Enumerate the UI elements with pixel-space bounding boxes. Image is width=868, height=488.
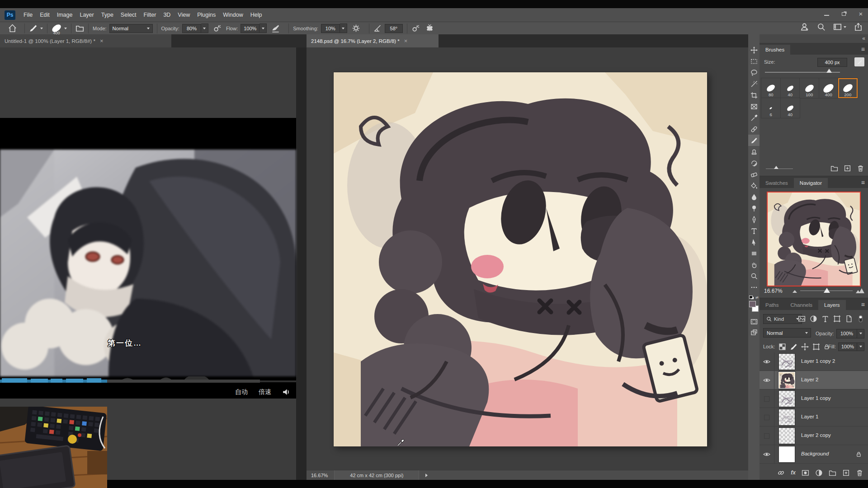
- airbrush-icon[interactable]: [271, 24, 280, 33]
- tool-zoom[interactable]: [748, 270, 760, 282]
- layer-name[interactable]: Layer 1: [801, 414, 818, 419]
- tool-frame[interactable]: [748, 101, 760, 112]
- brush-preset-100[interactable]: 100: [800, 78, 819, 98]
- tool-eraser[interactable]: [748, 169, 760, 180]
- background-lock-icon[interactable]: [856, 450, 862, 458]
- menu-edit[interactable]: Edit: [36, 12, 53, 18]
- quick-mask-button[interactable]: [748, 316, 760, 327]
- tool-dodge[interactable]: [748, 202, 760, 214]
- brush-size-input[interactable]: 400 px: [817, 58, 847, 67]
- menu-help[interactable]: Help: [247, 12, 266, 18]
- brush-preset-80[interactable]: 80: [761, 78, 781, 98]
- filter-type-icon[interactable]: [821, 315, 829, 323]
- layer-thumbnail[interactable]: [778, 446, 795, 463]
- layer-row-layer-1-copy-2[interactable]: Layer 1 copy 2: [760, 352, 868, 371]
- layer-thumbnail[interactable]: [778, 409, 795, 426]
- foreground-color[interactable]: [749, 301, 756, 307]
- tab-brushes[interactable]: Brushes: [760, 45, 790, 55]
- menu-window[interactable]: Window: [219, 12, 246, 18]
- layer-name[interactable]: Layer 2: [801, 377, 818, 382]
- opacity-input[interactable]: 80%: [182, 24, 201, 33]
- minimize-icon[interactable]: [823, 10, 830, 17]
- brush-preset-40b[interactable]: 40: [781, 98, 800, 118]
- filter-image-icon[interactable]: [798, 315, 806, 323]
- smoothing-gear-icon[interactable]: [352, 24, 360, 33]
- account-icon[interactable]: [801, 23, 809, 31]
- layer-name[interactable]: Layer 1 copy: [801, 395, 831, 401]
- status-chevron-icon[interactable]: [425, 474, 428, 477]
- layer-row-layer-1[interactable]: Layer 1: [760, 408, 868, 427]
- canvas-pasteboard[interactable]: [307, 47, 748, 470]
- symmetry-butterfly-icon[interactable]: [425, 24, 434, 33]
- layer-name[interactable]: Layer 1 copy 2: [801, 358, 835, 364]
- screen-mode-button[interactable]: [748, 327, 760, 338]
- toggle-brush-panel-icon[interactable]: [75, 24, 84, 33]
- home-icon[interactable]: [8, 24, 17, 33]
- navigator-preview[interactable]: [767, 192, 861, 286]
- delete-layer-icon[interactable]: [856, 469, 863, 477]
- canvas-artwork[interactable]: [334, 72, 707, 446]
- doc-tab-2148[interactable]: 2148.psd @ 16.7% (Layer 2, RGB/8) * ×: [307, 34, 439, 47]
- menu-view[interactable]: View: [174, 12, 193, 18]
- flow-input[interactable]: 100%: [241, 24, 259, 33]
- tool-healing-brush[interactable]: [748, 123, 760, 135]
- layer-filter-kind[interactable]: Kind: [763, 314, 802, 324]
- tool-hand[interactable]: [748, 259, 760, 270]
- default-colors-icon[interactable]: [749, 296, 753, 299]
- thumbnail-size-thumb[interactable]: [774, 166, 778, 169]
- visibility-eye-off[interactable]: [760, 408, 774, 427]
- tool-pen[interactable]: [748, 214, 760, 225]
- smoothing-input[interactable]: 10%: [321, 24, 340, 33]
- tool-brush[interactable]: [748, 135, 760, 146]
- tab-swatches[interactable]: Swatches: [760, 178, 794, 188]
- opacity-pressure-icon[interactable]: [213, 24, 222, 33]
- brush-preset-6[interactable]: 6: [761, 98, 781, 118]
- visibility-eye-off[interactable]: [760, 389, 774, 408]
- lock-transparent-icon[interactable]: [778, 343, 786, 351]
- filter-adjustment-icon[interactable]: [810, 315, 817, 323]
- menu-type[interactable]: Type: [98, 12, 117, 18]
- filter-toggle-icon[interactable]: [857, 315, 864, 323]
- menu-filter[interactable]: Filter: [140, 12, 160, 18]
- brush-tool-preset[interactable]: [29, 24, 43, 33]
- size-pressure-icon[interactable]: [411, 24, 420, 33]
- new-brush-from-preset-icon[interactable]: [854, 57, 864, 66]
- tool-eyedropper[interactable]: [748, 112, 760, 123]
- video-auto-button[interactable]: 自动: [235, 388, 248, 396]
- workspace-switcher[interactable]: [833, 23, 846, 31]
- layer-thumbnail[interactable]: [778, 390, 795, 407]
- tab-navigator[interactable]: Navigator: [794, 178, 828, 188]
- volume-icon[interactable]: [282, 388, 290, 396]
- tool-clone-stamp[interactable]: [748, 146, 760, 157]
- menu-file[interactable]: File: [20, 12, 36, 18]
- opacity-dropdown[interactable]: [201, 23, 208, 33]
- tool-more[interactable]: [748, 282, 760, 293]
- adjustment-layer-icon[interactable]: [815, 469, 823, 477]
- lock-paint-icon[interactable]: [790, 343, 797, 351]
- flow-dropdown[interactable]: [259, 23, 267, 33]
- brush-preset-40[interactable]: 40: [781, 78, 800, 98]
- new-layer-icon[interactable]: [842, 469, 850, 477]
- layer-thumbnail[interactable]: [778, 427, 795, 444]
- doc-tab-untitled[interactable]: Untitled-1 @ 100% (Layer 1, RGB/8#) * ×: [0, 34, 172, 47]
- tool-fill[interactable]: [748, 180, 760, 191]
- tab-layers[interactable]: Layers: [818, 300, 846, 310]
- tool-marquee[interactable]: [748, 56, 760, 67]
- brush-preset-200-selected[interactable]: 200: [838, 78, 858, 98]
- layer-row-layer-2-copy[interactable]: Layer 2 copy: [760, 427, 868, 445]
- tab-channels[interactable]: Channels: [784, 300, 818, 310]
- tool-crop[interactable]: [748, 89, 760, 101]
- filter-smart-object-icon[interactable]: [845, 315, 853, 323]
- menu-3d[interactable]: 3D: [160, 12, 174, 18]
- video-overlay[interactable]: 第一位… 自动 倍速: [0, 118, 296, 399]
- tab-paths[interactable]: Paths: [760, 300, 784, 310]
- collapse-panels-icon[interactable]: «: [862, 35, 865, 42]
- brush-angle-input[interactable]: 58°: [385, 24, 403, 33]
- tool-magic-wand[interactable]: [748, 78, 760, 89]
- delete-brush-icon[interactable]: [857, 164, 864, 172]
- zoom-out-icon[interactable]: [791, 289, 798, 293]
- tool-blur[interactable]: [748, 191, 760, 202]
- layer-row-layer-2-selected[interactable]: Layer 2: [760, 371, 868, 389]
- blend-mode-select[interactable]: Normal: [763, 328, 811, 338]
- new-group-folder-icon[interactable]: [830, 164, 838, 172]
